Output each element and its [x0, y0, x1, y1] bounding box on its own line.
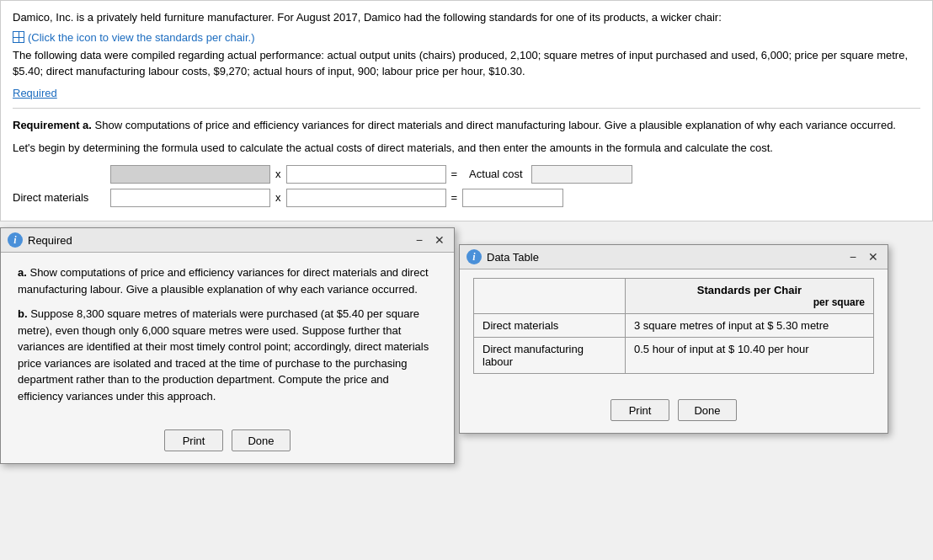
dl-price: 10.40	[738, 343, 765, 355]
dm-price: 5.30	[776, 319, 797, 332]
required-print-btn[interactable]: Print	[164, 429, 223, 451]
formula-op-2: x	[275, 191, 281, 204]
data-table-done-btn[interactable]: Done	[678, 399, 737, 421]
required-done-btn[interactable]: Done	[232, 429, 291, 451]
direct-manufacturing-label: Direct manufacturing labour	[474, 338, 626, 374]
req-item-a-text: Show computations of price and efficienc…	[18, 266, 429, 296]
formula-result-2[interactable]	[462, 189, 563, 207]
data-table-popup-title-row: i Data Table	[466, 249, 539, 264]
required-popup-title: Required	[28, 234, 72, 247]
formula-input-1b[interactable]	[286, 165, 446, 184]
req-item-a-label: a.	[18, 266, 27, 279]
formula-input-2a[interactable]	[110, 189, 270, 207]
formula-row-1: x = Actual cost	[13, 165, 920, 184]
direct-materials-label: Direct materials	[474, 314, 626, 338]
intro-paragraph1: Damico, Inc. is a privately held furnitu…	[13, 9, 920, 26]
direct-manufacturing-value: 0.5 hour of input at $ 10.40 per hour	[626, 338, 874, 374]
requirement-text: Requirement a. Show computations of pric…	[13, 117, 920, 134]
required-close-btn[interactable]: ✕	[432, 234, 447, 246]
formula-section: x = Actual cost Direct materials x =	[13, 165, 920, 207]
table-header-row: Standards per Chair per square	[474, 279, 874, 314]
standards-header-label: Standards per Chair	[697, 284, 802, 296]
required-popup-header: i Required − ✕	[1, 228, 454, 253]
formula-eq-2: =	[451, 191, 458, 204]
divider	[13, 108, 920, 109]
data-table-close-btn[interactable]: ✕	[866, 251, 881, 263]
intro-paragraph2: The following data were compiled regardi…	[13, 47, 920, 80]
formula-intro: Let's begin by determining the formula u…	[13, 140, 920, 157]
formula-result-label-1: Actual cost	[469, 168, 523, 180]
required-popup-title-row: i Required	[8, 232, 72, 248]
col-standards-header: Standards per Chair per square	[626, 279, 874, 314]
dl-value-text: 0.5 hour of input at $	[634, 343, 734, 355]
requirement-section: Requirement a. Show computations of pric…	[13, 117, 920, 157]
formula-input-2b[interactable]	[286, 189, 446, 207]
req-item-b: b. Suppose 8,300 square metres of materi…	[18, 306, 437, 404]
formula-row-2: Direct materials x =	[13, 189, 920, 207]
data-table-popup: i Data Table − ✕ Standards per Chair per…	[459, 244, 888, 434]
per-square-header-label: per square	[634, 296, 865, 308]
formula-eq-1: =	[451, 168, 458, 180]
formula-result-1[interactable]	[531, 165, 632, 184]
formula-input-1a[interactable]	[110, 165, 270, 184]
info-icon-data-table: i	[466, 249, 482, 264]
dl-unit: per hour	[768, 343, 808, 355]
col-empty-header	[474, 279, 626, 314]
table-row-direct-manufacturing: Direct manufacturing labour 0.5 hour of …	[474, 338, 874, 374]
req-item-b-text: Suppose 8,300 square metres of materials…	[18, 307, 429, 403]
data-table-popup-header: i Data Table − ✕	[460, 245, 888, 269]
dm-value-text: 3 square metres of input at $	[634, 319, 773, 332]
data-table-print-btn[interactable]: Print	[610, 399, 669, 421]
table-row-direct-materials: Direct materials 3 square metres of inpu…	[474, 314, 874, 338]
grid-icon	[13, 31, 24, 43]
direct-materials-value: 3 square metres of input at $ 5.30 metre	[626, 314, 874, 338]
required-popup-footer: Print Done	[1, 421, 454, 463]
req-item-b-label: b.	[18, 307, 28, 320]
click-standards-link[interactable]: (Click the icon to view the standards pe…	[13, 31, 255, 44]
formula-op-1: x	[275, 168, 281, 180]
required-popup-controls: − ✕	[413, 234, 447, 246]
data-table-popup-title: Data Table	[487, 251, 539, 264]
data-table-popup-content: Standards per Chair per square Direct ma…	[460, 269, 888, 391]
required-link[interactable]: Required	[13, 87, 920, 99]
data-table-popup-controls: − ✕	[847, 251, 881, 263]
standards-table: Standards per Chair per square Direct ma…	[473, 278, 874, 374]
info-icon-required: i	[8, 232, 23, 248]
main-content: Damico, Inc. is a privately held furnitu…	[0, 0, 933, 221]
required-popup-content: a. Show computations of price and effici…	[1, 253, 454, 421]
required-popup: i Required − ✕ a. Show computations of p…	[0, 227, 455, 464]
data-table-minimize-btn[interactable]: −	[847, 251, 859, 263]
req-item-a: a. Show computations of price and effici…	[18, 264, 437, 297]
dm-unit: metre	[801, 319, 829, 332]
data-table-popup-footer: Print Done	[460, 391, 888, 433]
formula-label-2: Direct materials	[13, 191, 105, 204]
requirement-label: Requirement a.	[13, 119, 92, 131]
required-minimize-btn[interactable]: −	[413, 234, 425, 246]
